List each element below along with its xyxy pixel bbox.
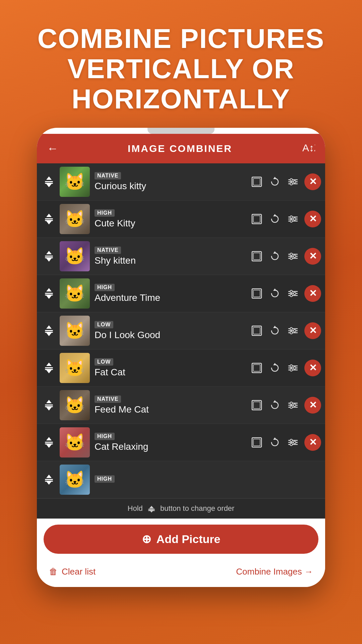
svg-rect-68 [45,369,53,370]
drag-handle-4[interactable] [41,324,57,337]
svg-point-11 [290,178,293,181]
phone-notch [147,128,215,134]
rotate-button-2[interactable] [268,250,282,263]
rotate-button-4[interactable] [268,324,282,337]
svg-rect-16 [45,220,53,221]
svg-marker-95 [46,444,52,448]
item-actions-0: ✕ [250,173,321,190]
hero-line3: HORIZONTALLY [38,84,325,114]
svg-rect-28 [45,256,53,257]
remove-button-3[interactable]: ✕ [304,285,321,302]
quality-badge-4: LOW [95,321,113,328]
item-name-2: Shy kitten [95,255,250,266]
crop-button-6[interactable] [250,398,263,412]
drag-handle-2[interactable] [41,250,57,263]
remove-button-4[interactable]: ✕ [304,322,321,339]
drag-handle-5[interactable] [41,362,57,374]
remove-button-7[interactable]: ✕ [304,434,321,451]
remove-button-5[interactable]: ✕ [304,360,321,376]
settings-button-2[interactable] [286,250,300,263]
phone-mockup: ← IMAGE COMBINER A↕Z NATIVE Curious kitt… [37,128,325,587]
settings-button-5[interactable] [286,361,300,375]
rotate-button-6[interactable] [268,398,282,412]
svg-point-24 [290,216,293,218]
rotate-button-0[interactable] [268,175,282,189]
svg-point-91 [290,406,293,408]
remove-button-6[interactable]: ✕ [304,397,321,414]
crop-button-7[interactable] [250,436,263,449]
drag-handle-partial[interactable] [41,473,57,486]
settings-button-7[interactable] [286,436,300,449]
thumbnail-1 [60,204,90,234]
svg-marker-33 [273,251,277,254]
svg-rect-81 [45,406,53,407]
add-picture-button[interactable]: ⊕ Add Picture [44,525,318,554]
crop-button-5[interactable] [250,361,263,375]
svg-marker-7 [273,177,277,179]
hold-hint: Hold button to change order [37,498,325,519]
drag-handle-3[interactable] [41,287,57,300]
thumbnail-0 [60,167,90,197]
svg-marker-108 [46,481,52,485]
item-info-0: NATIVE Curious kitty [95,172,250,192]
item-name-1: Cute Kitty [95,218,250,229]
svg-marker-46 [273,288,277,291]
item-info-2: NATIVE Shy kitten [95,247,250,266]
thumbnail-5 [60,353,90,383]
remove-button-2[interactable]: ✕ [304,248,321,265]
svg-marker-17 [46,221,52,224]
clear-list-button[interactable]: 🗑 Clear list [49,567,96,577]
svg-marker-4 [46,184,52,187]
svg-rect-106 [45,479,53,480]
add-plus-icon: ⊕ [142,533,151,545]
rotate-button-7[interactable] [268,436,282,449]
list-item: LOW Fat Cat [37,350,325,387]
svg-rect-19 [253,216,260,222]
drag-handle-0[interactable] [41,175,57,188]
rotate-button-5[interactable] [268,361,282,375]
rotate-button-3[interactable] [268,287,282,300]
crop-button-3[interactable] [250,287,263,300]
quality-badge-3: HIGH [95,284,115,291]
list-item: HIGH Adventure Time [37,275,325,312]
bottom-bar: 🗑 Clear list Combine Images → [37,560,325,587]
list-item: NATIVE Shy kitten [37,238,325,275]
thumbnail-4 [60,316,90,346]
rotate-button-1[interactable] [268,212,282,226]
settings-button-4[interactable] [286,324,300,337]
hero-line2: VERTICALLY OR [38,54,325,84]
svg-point-13 [290,182,293,185]
svg-point-63 [290,327,293,330]
svg-point-65 [290,331,293,334]
remove-icon-5: ✕ [309,363,317,373]
crop-button-0[interactable] [250,175,263,189]
drag-handle-6[interactable] [41,399,57,412]
svg-rect-2 [45,181,53,182]
item-info-3: HIGH Adventure Time [95,284,250,303]
svg-marker-14 [46,214,52,217]
settings-button-3[interactable] [286,287,300,300]
settings-button-6[interactable] [286,398,300,412]
crop-button-1[interactable] [250,212,263,226]
quality-badge-partial: HIGH [95,475,115,483]
list-item: HIGH Cute Kitty [37,201,325,238]
settings-button-1[interactable] [286,212,300,226]
remove-button-0[interactable]: ✕ [304,173,321,190]
combine-images-button[interactable]: Combine Images → [236,567,313,577]
drag-handle-7[interactable] [41,436,57,449]
sort-button[interactable]: A↕Z [302,141,315,157]
svg-marker-85 [273,400,277,402]
drag-handle-1[interactable] [41,213,57,225]
hero-line1: COMBINE PICTURES [38,23,325,54]
crop-button-4[interactable] [250,324,263,337]
back-button[interactable]: ← [47,142,58,155]
crop-button-2[interactable] [250,250,263,263]
svg-rect-67 [45,367,53,368]
combine-images-label: Combine Images → [236,567,313,577]
svg-point-90 [294,404,296,406]
remove-button-1[interactable]: ✕ [304,211,321,227]
settings-button-0[interactable] [286,175,300,189]
remove-icon-3: ✕ [309,289,317,298]
quality-badge-1: HIGH [95,209,115,217]
thumbnail-6 [60,390,90,420]
